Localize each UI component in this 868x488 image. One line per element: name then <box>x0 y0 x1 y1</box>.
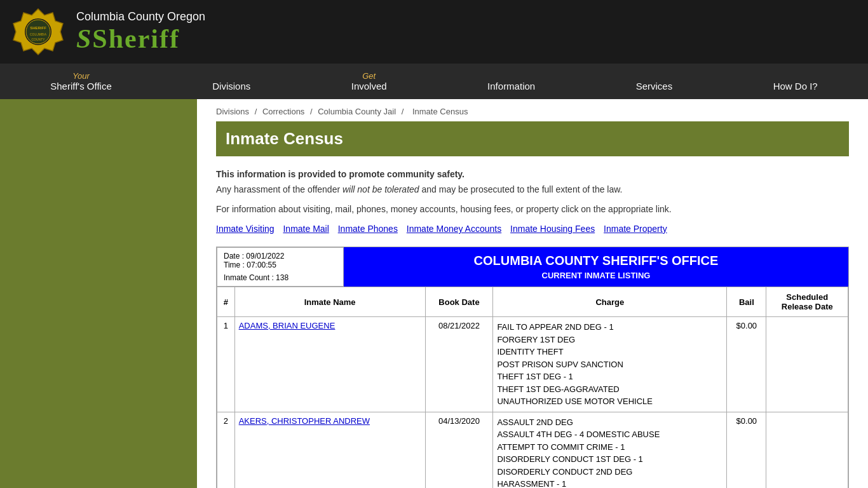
nav-get-involved[interactable]: Get Involved <box>339 64 400 99</box>
main-content: Divisions / Corrections / Columbia Count… <box>197 99 868 488</box>
cell-release-date <box>766 412 848 488</box>
table-header-row: # Inmate Name Book Date Charge Bail Sche… <box>217 287 848 317</box>
cell-release-date <box>766 317 848 412</box>
cell-book-date: 04/13/2020 <box>425 412 493 488</box>
table-row: 1ADAMS, BRIAN EUGENE08/21/2022FAIL TO AP… <box>217 317 848 412</box>
nav-bottom-label-3: Involved <box>351 81 387 92</box>
breadcrumb-current: Inmate Census <box>412 107 468 116</box>
report-header-row: Date : 09/01/2022 Time : 07:00:55 Inmate… <box>217 247 848 287</box>
report-time: Time : 07:00:55 <box>224 261 337 269</box>
nav-top-label-3: Get <box>351 71 387 81</box>
breadcrumb-sep-1: / <box>255 107 257 116</box>
date-label: Date : <box>224 252 244 261</box>
col-header-name: Inmate Name <box>234 287 425 317</box>
breadcrumb: Divisions / Corrections / Columbia Count… <box>216 99 849 121</box>
report-date: Date : 09/01/2022 <box>224 252 337 261</box>
link-inmate-mail[interactable]: Inmate Mail <box>283 224 329 234</box>
count-value: 138 <box>276 273 288 282</box>
time-label: Time : <box>224 261 245 269</box>
header-text-block: Columbia County Oregon SSheriff <box>76 10 205 54</box>
col-header-charge: Charge <box>493 287 727 317</box>
cell-book-date: 08/21/2022 <box>425 317 493 412</box>
date-value: 09/01/2022 <box>246 252 284 261</box>
nav-top-label-6 <box>773 71 818 81</box>
link-inmate-visiting[interactable]: Inmate Visiting <box>216 224 275 234</box>
col-header-book-date: Book Date <box>425 287 493 317</box>
sheriff-badge-logo: SHERIFF COLUMBIA COUNTY <box>13 6 64 57</box>
info-section: This information is provided to promote … <box>216 169 849 194</box>
inmate-table: # Inmate Name Book Date Charge Bail Sche… <box>217 287 848 488</box>
cell-charges: FAIL TO APPEAR 2ND DEG - 1 FORGERY 1ST D… <box>493 317 727 412</box>
office-title: COLUMBIA COUNTY SHERIFF'S OFFICE <box>474 254 719 268</box>
listing-title: CURRENT INMATE LISTING <box>542 271 651 280</box>
cell-charges: ASSAULT 2ND DEG ASSAULT 4TH DEG - 4 DOME… <box>493 412 727 488</box>
nav-bottom-label-4: Information <box>487 81 535 92</box>
info-line2: For information about visiting, mail, ph… <box>216 204 849 214</box>
cell-num: 2 <box>217 412 235 488</box>
inmate-links: Inmate Visiting Inmate Mail Inmate Phone… <box>216 224 849 234</box>
info-bold: This information is provided to promote … <box>216 169 849 179</box>
sheriff-title: SSheriff <box>76 24 205 54</box>
report-title-box: COLUMBIA COUNTY SHERIFF'S OFFICE CURRENT… <box>344 247 848 287</box>
page-title: Inmate Census <box>216 121 849 156</box>
link-inmate-money-accounts[interactable]: Inmate Money Accounts <box>407 224 501 234</box>
svg-text:SHERIFF: SHERIFF <box>30 26 46 30</box>
nav-sheriffs-office[interactable]: Your Sheriff's Office <box>37 64 125 99</box>
sidebar <box>0 99 197 488</box>
nav-services[interactable]: Services <box>623 64 686 99</box>
page-layout: Divisions / Corrections / Columbia Count… <box>0 99 868 488</box>
county-name: Columbia County Oregon <box>76 10 205 24</box>
table-row: 2AKERS, CHRISTOPHER ANDREW04/13/2020ASSA… <box>217 412 848 488</box>
cell-inmate-name[interactable]: ADAMS, BRIAN EUGENE <box>234 317 425 412</box>
info-section2: For information about visiting, mail, ph… <box>216 204 849 214</box>
info-line1: Any harassment of the offender will not … <box>216 184 849 194</box>
nav-bottom-label-5: Services <box>636 81 673 92</box>
breadcrumb-sep-2: / <box>310 107 313 116</box>
col-header-bail: Bail <box>727 287 766 317</box>
nav-bottom-label-6: How Do I? <box>773 81 818 92</box>
breadcrumb-divisions[interactable]: Divisions <box>216 107 249 116</box>
count-label: Inmate Count : <box>224 273 274 282</box>
svg-text:COLUMBIA: COLUMBIA <box>30 32 47 36</box>
report-info-box: Date : 09/01/2022 Time : 07:00:55 Inmate… <box>217 247 344 287</box>
report-container: Date : 09/01/2022 Time : 07:00:55 Inmate… <box>216 247 849 488</box>
col-header-release: ScheduledRelease Date <box>766 287 848 317</box>
cell-inmate-name[interactable]: AKERS, CHRISTOPHER ANDREW <box>234 412 425 488</box>
breadcrumb-corrections[interactable]: Corrections <box>262 107 304 116</box>
col-header-num: # <box>217 287 235 317</box>
breadcrumb-sep-3: / <box>402 107 404 116</box>
link-inmate-phones[interactable]: Inmate Phones <box>338 224 398 234</box>
report-count: Inmate Count : 138 <box>224 273 337 282</box>
breadcrumb-jail[interactable]: Columbia County Jail <box>318 107 396 116</box>
nav-top-label-5 <box>636 71 673 81</box>
main-nav: Your Sheriff's Office Divisions Get Invo… <box>0 64 868 99</box>
nav-information[interactable]: Information <box>475 64 548 99</box>
site-header: SHERIFF COLUMBIA COUNTY Columbia County … <box>0 0 868 64</box>
time-value: 07:00:55 <box>247 261 276 269</box>
nav-divisions[interactable]: Divisions <box>200 64 263 99</box>
nav-bottom-label-1: Sheriff's Office <box>50 81 112 92</box>
svg-text:COUNTY: COUNTY <box>31 37 45 41</box>
cell-bail: $0.00 <box>727 317 766 412</box>
nav-top-label-1: Your <box>50 71 112 81</box>
cell-bail: $0.00 <box>727 412 766 488</box>
nav-top-label-4 <box>487 71 535 81</box>
nav-top-label-2 <box>212 71 250 81</box>
cell-num: 1 <box>217 317 235 412</box>
link-inmate-housing-fees[interactable]: Inmate Housing Fees <box>510 224 595 234</box>
link-inmate-property[interactable]: Inmate Property <box>604 224 667 234</box>
nav-bottom-label-2: Divisions <box>212 81 250 92</box>
nav-how-do-i[interactable]: How Do I? <box>761 64 831 99</box>
